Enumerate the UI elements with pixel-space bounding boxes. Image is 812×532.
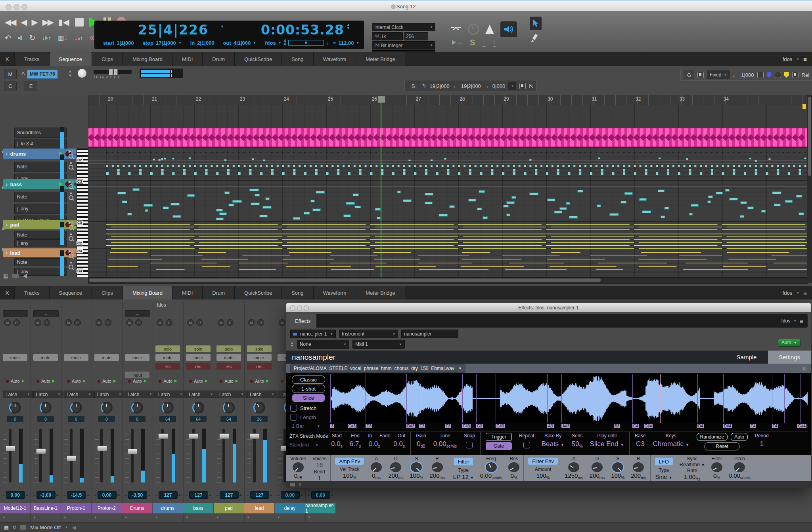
sync-value[interactable]: Realtime ▼ [680,461,705,467]
slot-type-select[interactable]: Instrument▼ [339,330,398,338]
auto-play-icon[interactable] [144,379,147,383]
sub-value[interactable]: 100% [536,472,550,480]
volume-value[interactable]: -14.5 [67,491,86,499]
track-name[interactable]: pad [10,222,19,228]
voices-value[interactable]: 16 [316,461,323,468]
knob-value[interactable]: 0% [511,472,517,480]
waveform-display[interactable] [330,374,808,423]
pencil-tool[interactable] [530,33,539,44]
mute-button[interactable]: mute [125,354,149,361]
channel-name[interactable]: pad [214,503,244,513]
decrement-button[interactable]: − [186,493,188,498]
slice-line[interactable] [790,374,790,423]
length-value-select[interactable]: 1 Bar▼ [292,423,320,429]
tab-drum[interactable]: Drum [203,52,235,66]
selected-track-chip[interactable]: MW FET-76 [27,69,58,79]
param-value[interactable]: 50% [572,440,583,448]
play-dot[interactable]: P [196,319,203,326]
vertical-scrollbar[interactable] [807,95,812,283]
knob-value[interactable]: 0ms [372,472,381,480]
tab-waveform[interactable]: Waveform [314,52,356,66]
increment-button[interactable]: + [270,493,272,498]
param-value[interactable]: 0dB [417,440,425,448]
auto-record-dot[interactable] [250,380,253,383]
knob-value[interactable]: 100% [410,472,423,480]
fader-handle[interactable] [97,446,107,451]
mute-dot[interactable]: M [34,319,41,326]
slice-label[interactable]: D#4 [723,424,732,428]
track-volume-slider[interactable] [94,70,132,74]
auto-record-dot[interactable] [159,380,161,383]
latch-select[interactable]: Latch▼ [64,391,94,398]
volume-value[interactable]: 0.00 [6,491,25,499]
auto-record-dot[interactable] [128,380,131,383]
arrow-tool[interactable] [530,17,542,30]
buffer-size-select[interactable]: 256 [404,32,428,40]
wait-icon[interactable]: ▥⌶ [58,34,68,42]
slice-line[interactable] [366,374,366,423]
track-name[interactable]: lead [10,250,21,256]
channel-name[interactable]: delay [275,503,305,513]
track-row-select[interactable]: Note▼ [14,162,67,172]
mode-1shot-button[interactable]: 1-shot [292,385,325,393]
pane-menu-caret-icon[interactable]: ▼ [796,291,799,295]
pan-value[interactable]: 0 [37,416,54,422]
s-knob[interactable] [612,462,623,472]
slice-line[interactable] [632,374,633,423]
counter-menu-icon[interactable]: ▼ [220,25,224,29]
knob-value[interactable]: 200ms [429,472,444,480]
randomize-button[interactable]: Randomize [697,433,728,441]
param-select[interactable]: Slice End ▼ [590,440,624,448]
tab-effects[interactable]: Effects [289,314,316,328]
track-row-select[interactable]: |any▼ [14,204,67,214]
pane-hamburger-icon[interactable]: ≡ [803,56,806,63]
fader-handle[interactable] [158,433,168,439]
loop-icon[interactable]: ↻ [29,33,35,42]
mute-button[interactable]: mute [155,354,180,361]
slice-line[interactable] [614,374,614,423]
slice-label[interactable]: C#4 [644,424,653,428]
auto-record-dot[interactable] [220,380,222,383]
volume-value[interactable]: 127 [220,491,239,499]
increment-button[interactable]: + [209,493,211,498]
pan-knob[interactable] [9,402,21,414]
sub-value[interactable]: 100% [343,472,356,480]
play-dot[interactable]: P [166,319,172,326]
zoom-in-icon[interactable] [69,154,73,158]
volume-knob[interactable] [293,462,304,472]
piano-keys[interactable]: C2 [77,149,88,180]
param-value[interactable]: 6.7s [350,440,361,448]
time-nudge-icon[interactable]: ▲▼ [347,23,350,30]
bar-ruler[interactable]: 202122232425262728293031323334 [88,95,807,105]
snapshot-icon[interactable] [20,525,26,530]
reset-button[interactable]: Reset [705,442,739,450]
auto-play-icon[interactable] [52,379,55,383]
latch-select[interactable]: Latch▼ [3,391,33,398]
decrement-button[interactable]: − [308,493,310,498]
insert-slot[interactable]: -- [33,310,59,317]
latch-select[interactable]: Latch▼ [155,391,186,398]
tab-sequence[interactable]: Sequence [50,286,92,299]
channel-menu-icon[interactable]: ▼ [216,516,219,519]
param-select[interactable]: Chromatic ▼ [653,440,689,448]
increment-button[interactable]: + [148,493,150,498]
volume-value[interactable]: 127 [159,491,178,499]
punch-icon[interactable]: ↓↑ [75,34,83,41]
channel-menu-icon[interactable]: ▼ [124,516,128,519]
tempo-slider[interactable] [288,40,324,46]
effects-close-icon[interactable] [290,305,295,311]
channel-menu-icon[interactable]: ▼ [2,516,6,519]
grid-value[interactable]: 1|000 [741,72,754,78]
slice-label[interactable]: F4 [772,424,778,428]
a-knob[interactable] [371,462,382,472]
tab-mixing-board[interactable]: Mixing Board [123,52,172,66]
tab-sequence[interactable]: Sequence [50,52,92,66]
slice-line[interactable] [784,374,785,423]
mute-dot[interactable]: M [187,319,194,326]
countoff-clock-icon[interactable] [468,24,479,35]
mute-dot[interactable]: M [218,319,224,326]
knob-value[interactable]: 200ms [590,472,605,480]
auto-play-icon[interactable] [236,379,238,383]
slice-line[interactable] [561,374,562,423]
start-time[interactable]: 1|1|000 [117,40,134,46]
